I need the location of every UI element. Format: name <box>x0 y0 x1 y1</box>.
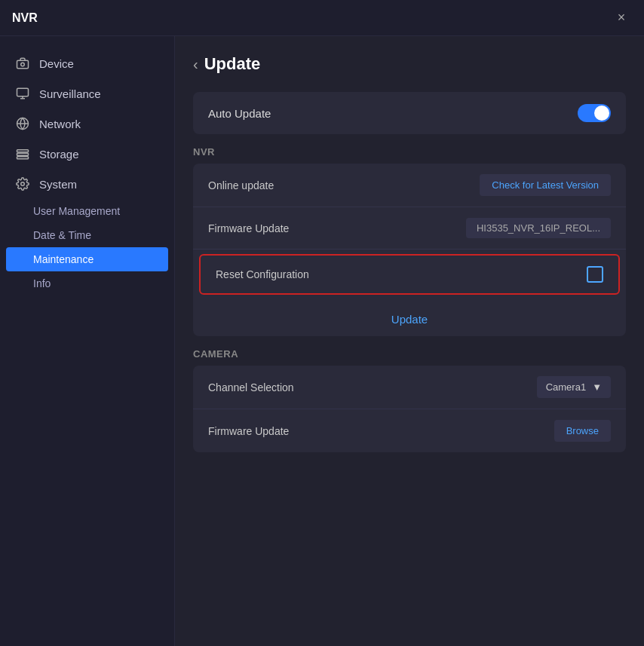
svg-point-1 <box>21 63 25 66</box>
camera-firmware-label: Firmware Update <box>208 425 289 437</box>
app-title: NVR <box>12 11 38 25</box>
svg-rect-0 <box>17 60 29 69</box>
sidebar-item-surveillance[interactable]: Surveillance <box>0 78 174 109</box>
page-header: ‹ Update <box>193 54 626 74</box>
sidebar-item-device-label: Device <box>39 57 74 70</box>
sidebar-item-storage[interactable]: Storage <box>0 139 174 169</box>
channel-value: Camera1 <box>546 381 586 393</box>
browse-button[interactable]: Browse <box>554 420 611 442</box>
channel-selection-label: Channel Selection <box>208 381 294 393</box>
content-area: ‹ Update Auto Update NVR Online update C… <box>175 36 644 646</box>
page-title: Update <box>204 54 261 74</box>
update-button[interactable]: Update <box>391 313 428 326</box>
sidebar-item-device[interactable]: Device <box>0 48 174 78</box>
sidebar-item-storage-label: Storage <box>39 148 79 161</box>
channel-selection-row: Channel Selection Camera1 ▼ <box>193 366 626 409</box>
camera-icon <box>15 56 30 71</box>
reset-config-label: Reset Configuration <box>216 268 309 280</box>
auto-update-toggle[interactable] <box>578 104 611 122</box>
svg-rect-7 <box>17 150 29 152</box>
monitor-icon <box>15 86 30 101</box>
svg-rect-8 <box>17 153 29 155</box>
chevron-down-icon: ▼ <box>592 381 602 393</box>
title-bar: NVR × <box>0 0 644 36</box>
channel-select-dropdown[interactable]: Camera1 ▼ <box>537 376 611 398</box>
gear-icon <box>15 176 30 191</box>
storage-icon <box>15 146 30 161</box>
sidebar-subitem-maintenance[interactable]: Maintenance <box>6 247 168 271</box>
sidebar-subitem-user-management[interactable]: User Management <box>0 199 174 223</box>
sidebar-item-surveillance-label: Surveillance <box>39 87 101 100</box>
reset-configuration-row: Reset Configuration <box>199 254 620 295</box>
nvr-card: Online update Check for Latest Version F… <box>193 164 626 336</box>
check-latest-version-button[interactable]: Check for Latest Version <box>480 174 611 196</box>
nvr-section-label: NVR <box>193 146 626 158</box>
close-button[interactable]: × <box>611 8 632 29</box>
sidebar-subitem-info[interactable]: Info <box>0 271 174 295</box>
camera-card: Channel Selection Camera1 ▼ Firmware Upd… <box>193 366 626 452</box>
auto-update-row: Auto Update <box>193 92 626 134</box>
auto-update-label: Auto Update <box>208 107 271 120</box>
svg-rect-2 <box>17 88 29 96</box>
sidebar-subitem-date-time[interactable]: Date & Time <box>0 223 174 247</box>
sidebar-item-network-label: Network <box>39 118 81 130</box>
main-layout: Device Surveillance Network <box>0 36 644 646</box>
toggle-knob <box>594 106 609 121</box>
online-update-row: Online update Check for Latest Version <box>193 164 626 207</box>
sidebar-item-system[interactable]: System <box>0 169 174 199</box>
auto-update-card: Auto Update <box>193 92 626 134</box>
svg-rect-9 <box>17 157 29 159</box>
firmware-update-value: HI3535_NVR_16IP_REOL... <box>466 218 611 238</box>
reset-config-checkbox[interactable] <box>587 266 603 283</box>
update-btn-row: Update <box>193 302 626 336</box>
sidebar: Device Surveillance Network <box>0 36 175 646</box>
camera-section-label: Camera <box>193 348 626 360</box>
globe-icon <box>15 116 30 131</box>
svg-point-10 <box>21 182 25 186</box>
sidebar-item-system-label: System <box>39 178 77 191</box>
firmware-update-label: Firmware Update <box>208 222 289 234</box>
back-button[interactable]: ‹ <box>193 56 198 73</box>
camera-firmware-row: Firmware Update Browse <box>193 409 626 452</box>
sidebar-item-network[interactable]: Network <box>0 109 174 139</box>
firmware-update-row: Firmware Update HI3535_NVR_16IP_REOL... <box>193 207 626 250</box>
online-update-label: Online update <box>208 179 274 191</box>
